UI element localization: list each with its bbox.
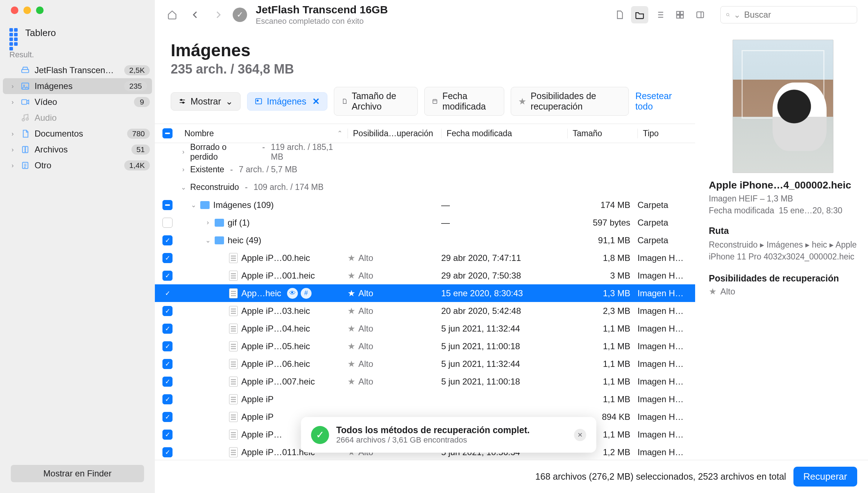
recov-value: Alto xyxy=(358,377,373,387)
document-icon xyxy=(20,129,30,139)
svg-point-5 xyxy=(26,118,28,120)
row-checkbox[interactable]: ✓ xyxy=(162,341,173,351)
row-checkbox[interactable]: ✓ xyxy=(162,288,173,298)
row-checkbox[interactable]: ✓ xyxy=(162,359,173,369)
show-in-finder-button[interactable]: Mostrar en Finder xyxy=(11,465,144,482)
file-date: 15 ene 2020, 8:30:43 xyxy=(441,288,567,298)
column-date[interactable]: Fecha modificada xyxy=(441,129,567,138)
row-checkbox[interactable] xyxy=(162,200,173,210)
file-row[interactable]: ✓ Apple iP…007.heic ★Alto 5 jun 2021, 11… xyxy=(155,373,695,390)
sidebar-item-label: Documentos xyxy=(35,129,123,139)
row-checkbox[interactable]: ✓ xyxy=(162,447,173,457)
file-name: Apple iP… xyxy=(241,430,282,440)
chevron-right-icon[interactable]: › xyxy=(180,166,187,173)
row-checkbox[interactable]: ✓ xyxy=(162,377,173,387)
sidebar-item-audio[interactable]: Audio xyxy=(0,110,155,126)
chevron-down-icon[interactable]: ⌄ xyxy=(180,183,187,191)
sidebar-item-badge: 1,4K xyxy=(124,160,150,170)
file-row[interactable]: ✓ Apple iP…04.heic ★Alto 5 jun 2021, 11:… xyxy=(155,320,695,337)
preview-icon[interactable]: 👁 xyxy=(287,288,298,299)
sidebar-item-archives[interactable]: › Archivos 51 xyxy=(0,142,155,157)
column-type[interactable]: Tipo xyxy=(637,129,695,138)
file-type: Imagen H… xyxy=(637,288,695,298)
file-row[interactable]: ✓ Apple iP…00.heic ★Alto 29 abr 2020, 7:… xyxy=(155,249,695,267)
chevron-down-icon[interactable]: ⌄ xyxy=(190,201,197,209)
dashboard-link[interactable]: Tablero xyxy=(0,23,155,43)
chevron-down-icon[interactable]: ⌄ xyxy=(205,236,211,244)
file-row[interactable]: ✓ Apple iP…05.heic ★Alto 5 jun 2021, 11:… xyxy=(155,337,695,355)
file-row[interactable]: ✓ App…heic👁# ★Alto 15 ene 2020, 8:30:43 … xyxy=(155,284,695,302)
row-checkbox[interactable] xyxy=(162,218,173,228)
folder-view-button[interactable] xyxy=(631,6,648,23)
column-size[interactable]: Tamaño xyxy=(567,129,637,138)
file-row[interactable]: ✓ Apple iP…03.heic ★Alto 20 abr 2020, 5:… xyxy=(155,302,695,320)
search-input[interactable] xyxy=(744,10,852,20)
document-view-button[interactable] xyxy=(611,6,628,23)
file-icon xyxy=(229,271,238,281)
row-checkbox[interactable]: ✓ xyxy=(162,412,173,422)
sidebar-item-other[interactable]: › Otro 1,4K xyxy=(0,157,155,173)
grid-view-button[interactable] xyxy=(671,6,689,23)
close-toast-button[interactable]: ✕ xyxy=(574,429,586,441)
sidebar-item-drive[interactable]: JetFlash Transcen… 2,5K xyxy=(0,62,155,78)
group-row-rebuilt[interactable]: ⌄Reconstruido - 109 arch. / 174 MB xyxy=(155,178,695,196)
folder-row-gif[interactable]: ›gif (1) —597 bytesCarpeta xyxy=(155,214,695,231)
chevron-right-icon[interactable]: › xyxy=(205,219,211,226)
file-row[interactable]: ✓ Apple iP…001.heic ★Alto 29 abr 2020, 7… xyxy=(155,267,695,284)
file-row[interactable]: ✓ Apple iP…06.heic ★Alto 5 jun 2021, 11:… xyxy=(155,355,695,373)
sidebar-item-badge: 9 xyxy=(134,97,150,107)
sidebar-item-label: JetFlash Transcen… xyxy=(35,65,120,75)
clear-filter-icon[interactable]: ✕ xyxy=(312,96,320,107)
sidebar-item-images[interactable]: › Imágenes 235 xyxy=(3,78,152,94)
forward-button[interactable] xyxy=(210,6,227,23)
select-all-checkbox[interactable] xyxy=(162,128,173,138)
folder-row-images[interactable]: ⌄Imágenes (109) —174 MBCarpeta xyxy=(155,196,695,214)
selection-status: 168 archivos (276,2 MB) seleccionados, 2… xyxy=(166,471,786,482)
search-field[interactable]: ⌄ xyxy=(720,6,857,23)
scan-complete-toast: ✓ Todos los métodos de recuperación comp… xyxy=(301,417,596,453)
panel-toggle-button[interactable] xyxy=(692,6,709,23)
hex-icon[interactable]: # xyxy=(301,288,312,299)
file-row[interactable]: ✓ Apple iP 1,1 MB Imagen H… xyxy=(155,390,695,408)
group-row-deleted[interactable]: ›Borrado o perdido - 119 arch. / 185,1 M… xyxy=(155,143,695,161)
toast-subtitle: 2664 archivos / 3,61 GB encontrados xyxy=(336,435,530,445)
reset-filters-link[interactable]: Resetear todo xyxy=(635,91,679,112)
file-icon xyxy=(229,412,238,422)
column-recov[interactable]: Posibilida…uperación xyxy=(348,129,441,138)
column-name[interactable]: Nombre⌃ xyxy=(180,129,348,138)
filter-filesize-chip[interactable]: Tamaño de Archivo xyxy=(334,87,418,116)
sidebar-item-documents[interactable]: › Documentos 780 xyxy=(0,126,155,142)
folder-row-heic[interactable]: ✓ ⌄heic (49) 91,1 MBCarpeta xyxy=(155,231,695,249)
chevron-right-icon[interactable]: › xyxy=(180,148,187,156)
filter-recov-chip[interactable]: ★ Posibilidades de recuperación xyxy=(511,87,629,116)
filter-date-chip[interactable]: Fecha modificada xyxy=(424,87,504,116)
close-window-button[interactable] xyxy=(11,6,18,14)
row-checkbox[interactable]: ✓ xyxy=(162,306,173,316)
row-checkbox[interactable]: ✓ xyxy=(162,430,173,440)
row-checkbox[interactable]: ✓ xyxy=(162,324,173,334)
home-button[interactable] xyxy=(164,6,181,23)
minimize-window-button[interactable] xyxy=(23,6,31,14)
filter-images-chip[interactable]: Imágenes ✕ xyxy=(247,92,327,111)
fullscreen-window-button[interactable] xyxy=(36,6,44,14)
sidebar-item-video[interactable]: › Vídeo 9 xyxy=(0,94,155,110)
row-checkbox[interactable]: ✓ xyxy=(162,394,173,404)
list-view-button[interactable] xyxy=(651,6,668,23)
chevron-right-icon: › xyxy=(9,146,16,154)
file-type: Imagen H… xyxy=(637,377,695,387)
toast-title: Todos los métodos de recuperación comple… xyxy=(336,425,530,435)
back-button[interactable] xyxy=(187,6,204,23)
folder-icon xyxy=(200,201,210,209)
svg-rect-16 xyxy=(255,99,261,104)
group-row-existing[interactable]: ›Existente - 7 arch. / 5,7 MB xyxy=(155,161,695,178)
filter-show-button[interactable]: Mostrar ⌄ xyxy=(171,92,241,111)
row-checkbox[interactable]: ✓ xyxy=(162,271,173,281)
page-title: Imágenes xyxy=(171,40,679,60)
dashboard-icon xyxy=(9,28,19,38)
svg-point-4 xyxy=(22,119,24,121)
recover-button[interactable]: Recuperar xyxy=(793,467,857,487)
row-checkbox[interactable]: ✓ xyxy=(162,253,173,263)
row-checkbox[interactable]: ✓ xyxy=(162,235,173,245)
star-icon: ★ xyxy=(348,306,355,316)
filter-recov-label: Posibilidades de recuperación xyxy=(531,91,621,112)
